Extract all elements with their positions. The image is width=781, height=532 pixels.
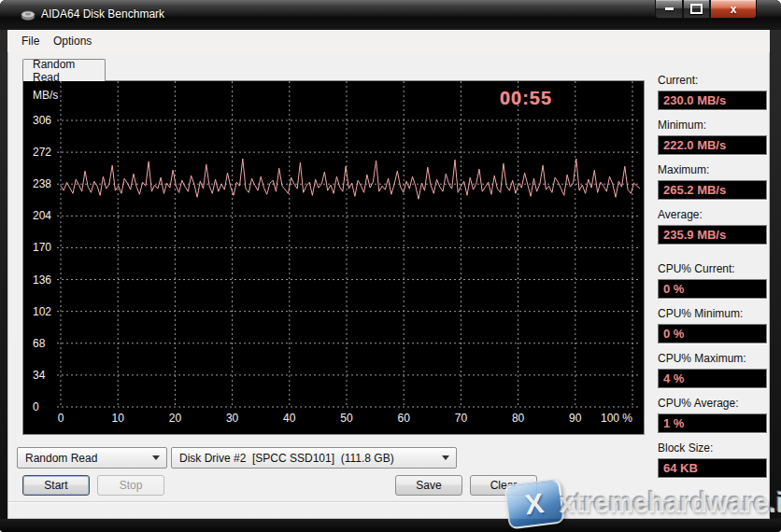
chart-canvas <box>23 81 644 434</box>
x-axis-tick: 20 <box>156 412 193 425</box>
stat-label: CPU% Minimum: <box>658 307 762 320</box>
stat-value-cpu-current: 0 % <box>658 279 767 299</box>
x-axis-tick: 40 <box>271 412 308 425</box>
minimize-button[interactable] <box>655 0 683 19</box>
tab-label: Random Read <box>33 58 105 84</box>
save-button[interactable]: Save <box>395 475 462 496</box>
x-axis-tick: 10 <box>99 412 136 425</box>
benchmark-type-value: Random Read <box>25 452 97 465</box>
stop-button[interactable]: Stop <box>97 475 164 496</box>
y-axis-tick: 204 <box>33 209 61 222</box>
minimize-icon <box>665 7 674 10</box>
menubar: File Options <box>7 30 770 52</box>
benchmark-chart: MB/s 00:55 30627223820417013610268340010… <box>22 80 645 435</box>
chevron-down-icon <box>442 455 449 460</box>
benchmark-type-select[interactable]: Random Read <box>17 447 167 469</box>
stat-value-cpu-minimum: 0 % <box>658 324 767 343</box>
chevron-down-icon <box>152 455 160 460</box>
stat-value-maximum: 265.2 MB/s <box>658 180 767 200</box>
stat-label: CPU% Current: <box>658 262 762 275</box>
stat-label: Average: <box>658 208 762 221</box>
maximize-icon <box>690 4 703 14</box>
elapsed-time: 00:55 <box>470 88 582 109</box>
window-frame-left <box>0 30 7 519</box>
y-axis-tick: 272 <box>33 146 61 159</box>
stat-label: CPU% Average: <box>658 397 762 410</box>
clear-button[interactable]: Clear <box>470 475 537 496</box>
close-icon: x <box>731 3 737 16</box>
stat-value-block-size: 64 KB <box>658 458 767 478</box>
window-caption-buttons: x <box>655 0 757 18</box>
x-axis-tick: 0 <box>42 412 79 425</box>
y-axis-tick: 136 <box>33 273 61 287</box>
start-button[interactable]: Start <box>22 475 90 496</box>
y-axis-tick: 68 <box>33 337 61 350</box>
stats-panel: Current: 230.0 MB/s Minimum: 222.0 MB/s … <box>658 74 762 486</box>
y-axis-tick: 170 <box>33 241 61 254</box>
x-axis-tick: 100 % <box>588 412 632 425</box>
window-frame-bottom <box>0 519 781 532</box>
close-button[interactable]: x <box>710 0 757 19</box>
stat-label: Current: <box>658 74 762 87</box>
drive-select-value: Disk Drive #2 [SPCC SSD101] (111.8 GB) <box>179 452 394 465</box>
app-window: AIDA64 Disk Benchmark x File Options Ran… <box>0 0 781 532</box>
drive-select[interactable]: Disk Drive #2 [SPCC SSD101] (111.8 GB) <box>171 447 457 469</box>
stat-label: Maximum: <box>658 163 762 176</box>
stat-value-cpu-average: 1 % <box>658 413 767 433</box>
transfer-rate-line <box>61 159 640 199</box>
menu-item-options[interactable]: Options <box>47 33 98 49</box>
y-axis-tick: 306 <box>33 114 61 127</box>
window-frame-right <box>770 30 781 519</box>
stat-label: Block Size: <box>658 441 762 455</box>
y-axis-unit-label: MB/s <box>33 89 58 102</box>
x-axis-tick: 70 <box>442 412 479 425</box>
disk-icon <box>21 8 36 21</box>
stat-value-average: 235.9 MB/s <box>658 225 767 245</box>
stat-value-minimum: 222.0 MB/s <box>658 135 767 155</box>
y-axis-tick: 102 <box>33 305 61 318</box>
x-axis-tick: 50 <box>328 412 365 425</box>
stat-label: Minimum: <box>658 119 762 132</box>
window-title: AIDA64 Disk Benchmark <box>41 7 164 21</box>
x-axis-tick: 30 <box>214 412 251 425</box>
y-axis-tick: 238 <box>33 177 61 190</box>
stat-value-cpu-maximum: 4 % <box>658 369 767 388</box>
maximize-button[interactable] <box>683 0 710 19</box>
stat-value-current: 230.0 MB/s <box>658 91 767 110</box>
x-axis-tick: 80 <box>500 412 537 425</box>
menu-item-file[interactable]: File <box>15 33 46 49</box>
y-axis-tick: 34 <box>33 369 61 382</box>
x-axis-tick: 60 <box>385 412 422 425</box>
stat-label: CPU% Maximum: <box>658 352 762 365</box>
chart-plot-area: MB/s 00:55 30627223820417013610268340010… <box>23 81 644 434</box>
tab-random-read[interactable]: Random Read <box>22 59 106 81</box>
separator <box>8 501 761 503</box>
